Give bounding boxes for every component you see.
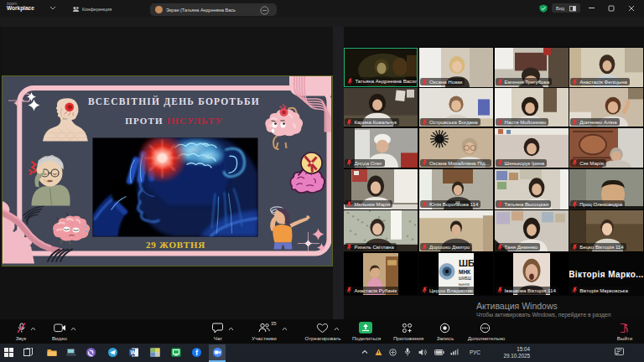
svg-text:ШБ: ШБ (459, 258, 475, 268)
svg-text:МНК: МНК (459, 269, 471, 275)
svg-text:ПРОТИ ІНСУЛЬТУ: ПРОТИ ІНСУЛЬТУ (125, 116, 223, 126)
svg-text:Stro: Stro (62, 117, 67, 121)
svg-text:ВСЕСВІТНІЙ ДЕНЬ БОРОТЬБИ: ВСЕСВІТНІЙ ДЕНЬ БОРОТЬБИ (88, 96, 260, 107)
svg-text:Вікторія Марко...: Вікторія Марко... (569, 270, 643, 279)
svg-text:ЫМБШ: ЫМБШ (459, 277, 471, 282)
svg-text:W: W (130, 349, 136, 355)
svg-text:29 ЖОВТНЯ: 29 ЖОВТНЯ (146, 240, 205, 250)
